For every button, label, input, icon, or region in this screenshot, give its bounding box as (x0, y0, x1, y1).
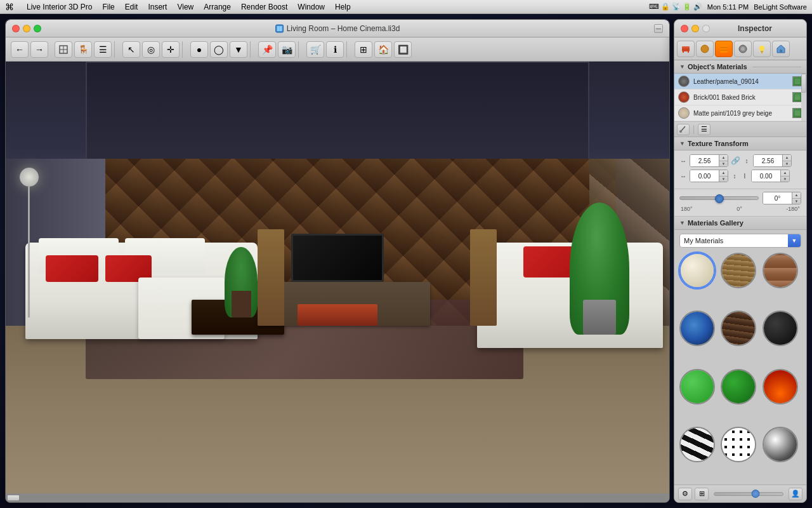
rotation-stepper[interactable]: ▲ ▼ (792, 192, 801, 204)
offset-x-down[interactable]: ▼ (719, 177, 728, 182)
camera-tool[interactable]: 📷 (278, 41, 296, 58)
height-input[interactable] (754, 155, 782, 166)
menu-app[interactable]: Live Interior 3D Pro (27, 3, 92, 11)
pin-tool[interactable]: 📌 (258, 41, 276, 58)
tab-object[interactable] (734, 41, 752, 57)
gallery-dropdown-arrow[interactable]: ▼ (788, 234, 801, 247)
width-stepper[interactable]: ▲ ▼ (719, 155, 728, 166)
tab-material[interactable] (696, 41, 714, 57)
tab-furniture[interactable] (677, 41, 695, 57)
gear-button[interactable]: ⚙ (678, 488, 692, 500)
materials-list[interactable]: Leather/pamela_09014 Brick/001 Baked Bri… (674, 74, 806, 122)
rotation-down[interactable]: ▼ (792, 199, 801, 204)
height-down[interactable]: ▼ (783, 161, 791, 167)
gallery-item-zebra[interactable] (679, 427, 715, 462)
cone-tool[interactable]: ▼ (230, 41, 247, 58)
view-iso-button[interactable]: ⊞ (355, 41, 372, 58)
material-item[interactable]: Leather/pamela_09014 (674, 74, 806, 90)
person-button[interactable]: 👤 (789, 488, 802, 500)
material-item[interactable]: Brick/001 Baked Brick (674, 90, 806, 105)
expand-button[interactable]: — (654, 24, 663, 33)
close-button[interactable] (12, 25, 20, 32)
rotation-input[interactable] (763, 192, 792, 204)
gallery-item-green-dark[interactable] (721, 369, 756, 404)
gallery-item-plain-light[interactable] (679, 253, 715, 288)
view-3d-button[interactable]: 🔲 (394, 41, 412, 58)
menu-render[interactable]: Render Boost (241, 3, 287, 11)
gallery-item-green-bright[interactable] (679, 369, 715, 404)
viewport-scrollbar[interactable] (6, 493, 669, 502)
options-button[interactable]: ☰ (698, 124, 710, 135)
info-button[interactable]: ℹ (326, 41, 344, 58)
offset-y-group[interactable]: ▲ ▼ (751, 170, 790, 182)
gallery-item-dots[interactable] (721, 427, 756, 462)
offset-y-down[interactable]: ▼ (781, 177, 789, 182)
ring-tool[interactable]: ◯ (210, 41, 228, 58)
offset-x-input[interactable] (690, 170, 719, 182)
minimize-button[interactable] (23, 25, 30, 32)
orbit-tool[interactable]: ◎ (142, 41, 160, 58)
menu-view[interactable]: View (177, 3, 193, 11)
offset-y-stepper[interactable]: ▲ ▼ (780, 170, 789, 182)
menu-help[interactable]: Help (335, 3, 351, 11)
furniture-button[interactable]: 🪑 (74, 41, 92, 58)
gallery-item-fire[interactable] (763, 369, 798, 404)
inspector-close[interactable] (681, 25, 688, 32)
gallery-item-brick[interactable] (763, 253, 798, 288)
menu-arrange[interactable]: Arrange (204, 3, 231, 11)
grid-button[interactable]: ⊞ (695, 488, 709, 500)
rotation-slider-thumb[interactable] (715, 194, 724, 203)
tab-texture[interactable] (715, 41, 733, 57)
gallery-size-thumb[interactable] (751, 490, 759, 498)
list-button[interactable]: ☰ (94, 41, 112, 58)
gallery-dropdown[interactable]: My Materials ▼ (679, 234, 801, 248)
width-input-group[interactable]: ▲ ▼ (690, 154, 728, 167)
gallery-item-water[interactable] (679, 311, 715, 346)
gallery-item-black[interactable] (763, 311, 798, 346)
sphere-tool[interactable]: ● (190, 41, 208, 58)
materials-scrollbar-thumb[interactable] (801, 74, 806, 93)
nav-forward-button[interactable]: → (30, 41, 48, 58)
apple-menu[interactable]: ⌘ (5, 2, 14, 12)
offset-y-input[interactable] (752, 170, 780, 182)
width-down[interactable]: ▼ (719, 161, 728, 167)
inspector-minimize[interactable] (691, 25, 699, 32)
menu-window[interactable]: Window (298, 3, 325, 11)
rotation-up[interactable]: ▲ (792, 192, 801, 199)
pan-tool[interactable]: ✛ (162, 41, 180, 58)
eyedropper-button[interactable] (677, 124, 690, 135)
tab-room[interactable] (772, 41, 790, 57)
inspector-maximize[interactable] (702, 25, 710, 32)
materials-scrollbar[interactable] (801, 74, 806, 121)
menu-file[interactable]: File (102, 3, 114, 11)
menu-edit[interactable]: Edit (125, 3, 138, 11)
scrollbar-thumb[interactable] (7, 495, 20, 501)
view-house-button[interactable]: 🏠 (374, 41, 392, 58)
tab-light[interactable] (753, 41, 771, 57)
select-tool[interactable]: ↖ (122, 41, 140, 58)
menu-insert[interactable]: Insert (148, 3, 167, 11)
maximize-button[interactable] (34, 25, 41, 32)
material-item[interactable]: Matte paint/1019 grey beige (674, 105, 806, 121)
gallery-size-slider[interactable] (714, 492, 783, 496)
gallery-item-wood-dark[interactable] (721, 311, 756, 346)
height-stepper[interactable]: ▲ ▼ (782, 155, 791, 166)
gallery-item-wood-light[interactable] (721, 253, 756, 288)
offset-y-up[interactable]: ▲ (781, 170, 789, 177)
width-up[interactable]: ▲ (719, 155, 728, 161)
height-up[interactable]: ▲ (783, 155, 791, 161)
floorplan-button[interactable] (55, 41, 72, 58)
offset-x-group[interactable]: ▲ ▼ (690, 170, 728, 182)
viewport[interactable] (6, 62, 669, 502)
offset-x-up[interactable]: ▲ (719, 170, 728, 177)
link-icon[interactable]: 🔗 (731, 156, 740, 165)
cart-button[interactable]: 🛒 (306, 41, 324, 58)
width-input[interactable] (690, 155, 719, 166)
rotation-slider[interactable] (679, 196, 759, 200)
height-input-group[interactable]: ▲ ▼ (753, 154, 792, 167)
offset-x-stepper[interactable]: ▲ ▼ (719, 170, 728, 182)
rotation-input-group[interactable]: ▲ ▼ (763, 192, 801, 204)
nav-back-button[interactable]: ← (11, 41, 29, 58)
gallery-item-chrome[interactable] (763, 427, 798, 462)
rotation-input-wrapper[interactable]: ▲ ▼ (763, 192, 801, 204)
